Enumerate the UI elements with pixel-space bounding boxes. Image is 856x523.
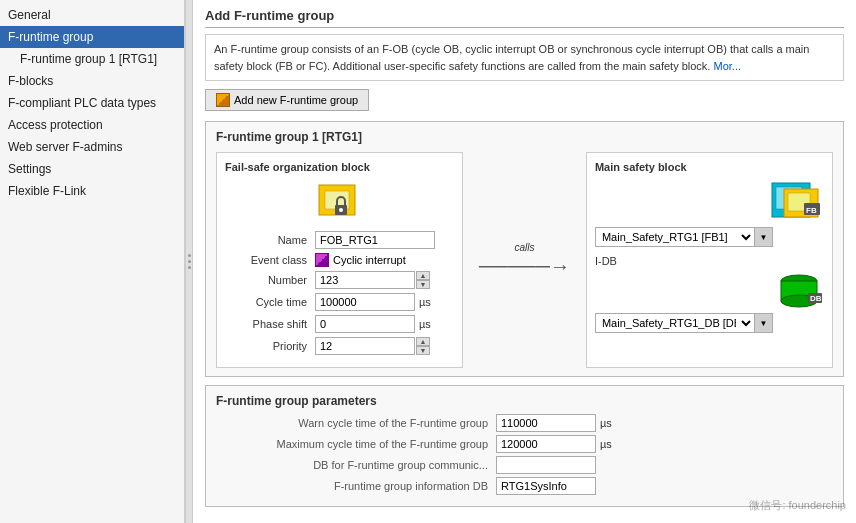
priority-input[interactable] [315,337,415,355]
param-label-0: Warn cycle time of the F-runtime group [216,417,496,429]
number-down-arrow[interactable]: ▼ [416,280,430,289]
priority-input-wrapper: ▲ ▼ [315,337,430,355]
params-title: F-runtime group parameters [216,394,833,408]
event-class-row: Event class Cyclic interrupt [225,253,454,267]
cycle-time-unit: µs [419,296,431,308]
param-row-0: Warn cycle time of the F-runtime group µ… [216,414,833,432]
name-row: Name [225,231,454,249]
priority-up-arrow[interactable]: ▲ [416,337,430,346]
cycle-time-input[interactable] [315,293,415,311]
param-input-1[interactable] [496,435,596,453]
main-safety-dropdown-arrow[interactable]: ▼ [755,227,773,247]
priority-spinner: ▲ ▼ [416,337,430,355]
main-safety-dropdown-row: Main_Safety_RTG1 [FB1] ▼ [595,227,824,247]
main-safety-block: Main safety block FB [586,152,833,368]
param-unit-1: µs [600,438,612,450]
sidebar-splitter[interactable] [185,0,193,523]
db-icon: DB [774,271,824,309]
add-runtime-group-button[interactable]: Add new F-runtime group [205,89,369,111]
priority-label: Priority [225,340,315,352]
number-input[interactable] [315,271,415,289]
info-box: An F-runtime group consists of an F-OB (… [205,34,844,81]
main-safety-title: Main safety block [595,161,824,173]
fb-icon-wrapper: FB [595,179,824,223]
param-input-0[interactable] [496,414,596,432]
group-box: F-runtime group 1 [RTG1] Fail-safe organ… [205,121,844,377]
param-row-2: DB for F-runtime group communic... [216,456,833,474]
section-title: Add F-runtime group [205,8,844,28]
sidebar-item-access-protection[interactable]: Access protection [0,114,184,136]
param-row-1: Maximum cycle time of the F-runtime grou… [216,435,833,453]
param-label-2: DB for F-runtime group communic... [216,459,496,471]
param-label-1: Maximum cycle time of the F-runtime grou… [216,438,496,450]
arrow-line: ─────→ [479,255,570,278]
cycle-time-row: Cycle time µs [225,293,454,311]
phase-shift-label: Phase shift [225,318,315,330]
idb-dropdown[interactable]: Main_Safety_RTG1_DB [DB1] [595,313,755,333]
priority-down-arrow[interactable]: ▼ [416,346,430,355]
sidebar-item-settings[interactable]: Settings [0,158,184,180]
calls-label: calls [515,242,535,253]
name-input[interactable] [315,231,435,249]
number-input-wrapper: ▲ ▼ [315,271,430,289]
idb-label: I-DB [595,255,824,267]
add-icon [216,93,230,107]
param-label-3: F-runtime group information DB [216,480,496,492]
sidebar-item-web-server[interactable]: Web server F-admins [0,136,184,158]
sidebar-item-f-runtime-group[interactable]: F-runtime group [0,26,184,48]
param-input-2[interactable] [496,456,596,474]
fail-safe-block: Fail-safe organization block N [216,152,463,368]
event-class-value: Cyclic interrupt [333,254,406,266]
sidebar-item-f-compliant-plc[interactable]: F-compliant PLC data types [0,92,184,114]
sidebar-item-f-blocks[interactable]: F-blocks [0,70,184,92]
number-row: Number ▲ ▼ [225,271,454,289]
number-label: Number [225,274,315,286]
two-col-layout: Fail-safe organization block N [216,152,833,368]
fb-icon: FB [770,179,824,223]
main-safety-dropdown[interactable]: Main_Safety_RTG1 [FB1] [595,227,755,247]
param-row-3: F-runtime group information DB [216,477,833,495]
idb-dropdown-arrow[interactable]: ▼ [755,313,773,333]
priority-row: Priority ▲ ▼ [225,337,454,355]
number-up-arrow[interactable]: ▲ [416,271,430,280]
event-class-icon [315,253,329,267]
phase-shift-input[interactable] [315,315,415,333]
event-class-label: Event class [225,254,315,266]
info-link[interactable]: Mor... [714,60,742,72]
phase-shift-unit: µs [419,318,431,330]
fob-icon-area [225,179,454,225]
svg-point-3 [339,208,343,212]
db-icon-wrapper: DB [595,271,824,309]
sidebar-item-flexible-f-link[interactable]: Flexible F-Link [0,180,184,202]
add-btn-label: Add new F-runtime group [234,94,358,106]
group-box-title: F-runtime group 1 [RTG1] [216,130,833,144]
name-label: Name [225,234,315,246]
svg-text:DB: DB [810,294,822,303]
sidebar-item-f-runtime-group-1[interactable]: F-runtime group 1 [RTG1] [0,48,184,70]
sidebar-item-general[interactable]: General [0,4,184,26]
calls-arrow: calls ─────→ [473,152,576,368]
cycle-time-label: Cycle time [225,296,315,308]
main-content: Add F-runtime group An F-runtime group c… [193,0,856,523]
svg-text:FB: FB [806,206,817,215]
param-unit-0: µs [600,417,612,429]
param-input-3[interactable] [496,477,596,495]
params-box: F-runtime group parameters Warn cycle ti… [205,385,844,507]
fob-icon [317,179,363,225]
fail-safe-title: Fail-safe organization block [225,161,454,173]
number-spinner: ▲ ▼ [416,271,430,289]
idb-dropdown-row: Main_Safety_RTG1_DB [DB1] ▼ [595,313,824,333]
sidebar: General F-runtime group F-runtime group … [0,0,185,523]
phase-shift-row: Phase shift µs [225,315,454,333]
